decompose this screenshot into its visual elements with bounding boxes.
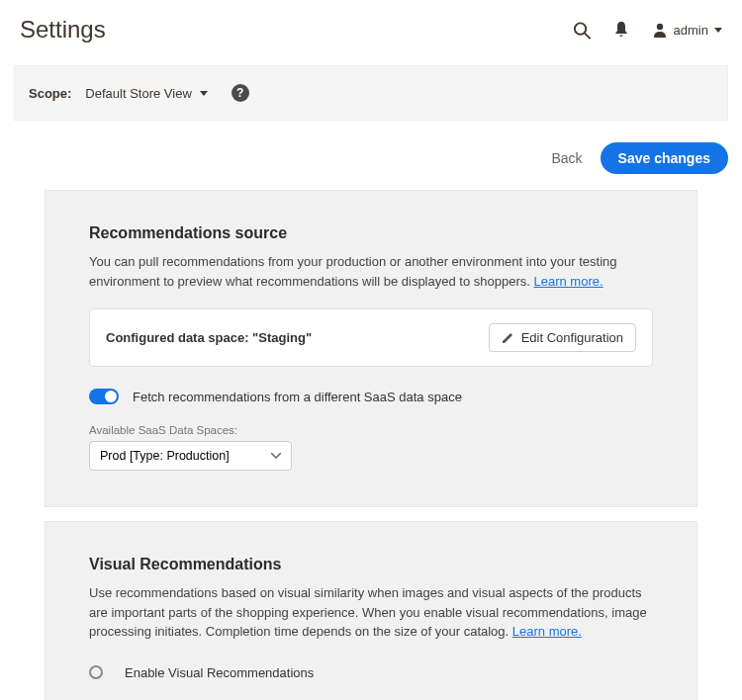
visual-recs-description: Use recommendations based on visual simi… [89,583,653,642]
notifications-icon[interactable] [612,21,630,39]
help-icon[interactable]: ? [232,84,249,102]
configured-data-space-box: Configured data space: "Staging" Edit Co… [89,308,653,367]
learn-more-link[interactable]: Learn more. [533,274,603,289]
pencil-icon [502,332,513,344]
fetch-toggle[interactable] [89,389,119,404]
learn-more-link[interactable]: Learn more. [512,624,582,639]
configured-data-space-text: Configured data space: "Staging" [106,330,312,345]
edit-configuration-button[interactable]: Edit Configuration [489,323,636,352]
svg-point-2 [656,24,662,30]
edit-button-label: Edit Configuration [521,330,623,345]
admin-account-menu[interactable]: admin [652,22,722,38]
dataspace-label: Available SaaS Data Spaces: [89,424,653,436]
admin-label: admin [674,23,708,38]
scope-bar: Scope: Default Store View ? [14,65,728,121]
fetch-toggle-label: Fetch recommendations from a different S… [133,390,462,404]
fetch-toggle-row: Fetch recommendations from a different S… [89,389,653,404]
search-icon[interactable] [573,21,591,39]
back-button[interactable]: Back [551,150,582,166]
visual-recs-title: Visual Recommendations [89,556,653,573]
user-icon [652,22,668,38]
actions-row: Back Save changes [14,142,728,174]
header-actions: admin [573,21,722,39]
dataspace-field: Available SaaS Data Spaces: Prod [Type: … [89,424,653,471]
dataspace-select[interactable]: Prod [Type: Production] [89,441,292,471]
enable-visual-recs-radio[interactable] [89,665,103,679]
caret-down-icon [200,91,208,96]
enable-visual-recs-row: Enable Visual Recommendations [89,665,653,680]
page-title: Settings [20,16,106,44]
caret-down-icon [714,28,722,33]
header-bar: Settings admin [0,0,742,51]
scope-selected-value: Default Store View [85,86,191,101]
svg-point-0 [574,23,585,34]
visual-recommendations-panel: Visual Recommendations Use recommendatio… [45,521,697,700]
scope-select[interactable]: Default Store View [85,86,207,101]
save-button[interactable]: Save changes [601,142,728,174]
svg-line-1 [585,33,590,38]
recs-source-description: You can pull recommendations from your p… [89,252,653,291]
scope-label: Scope: [29,86,71,101]
recommendations-source-panel: Recommendations source You can pull reco… [45,190,697,507]
enable-visual-recs-label: Enable Visual Recommendations [125,665,314,680]
recs-source-title: Recommendations source [89,224,653,242]
